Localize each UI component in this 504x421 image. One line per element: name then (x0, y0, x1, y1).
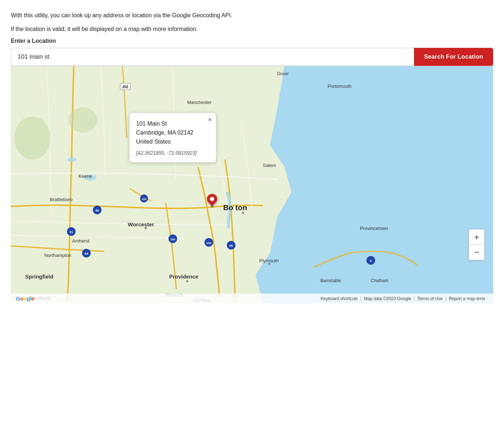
map-container: 91 90 395 495 95 190 6 84 202 Portsmouth… (11, 66, 493, 303)
svg-text:Portsmouth: Portsmouth (328, 83, 351, 89)
svg-point-48 (186, 280, 188, 282)
popup-address-line3: United States (136, 139, 171, 145)
terms-link[interactable]: Terms of Use (414, 296, 446, 301)
svg-point-6 (68, 108, 97, 133)
svg-text:91: 91 (69, 230, 73, 234)
zoom-out-button[interactable]: − (469, 245, 484, 260)
google-logo: Google (16, 295, 35, 302)
zoom-in-button[interactable]: + (469, 230, 484, 245)
svg-text:6: 6 (370, 259, 372, 263)
svg-text:Northampton: Northampton (44, 253, 71, 258)
svg-text:Provincetown: Provincetown (360, 226, 388, 231)
popup-address-line1: 101 Main St (136, 121, 167, 127)
map-data-link[interactable]: Map data ©2023 Google (361, 296, 414, 301)
svg-text:95: 95 (229, 244, 233, 248)
svg-text:Springfield: Springfield (25, 273, 53, 280)
description-line2: If the location is valid, it will be dis… (11, 24, 493, 34)
pin-shadow (211, 205, 213, 208)
svg-text:190: 190 (141, 198, 147, 201)
svg-point-46 (145, 227, 147, 229)
svg-text:Amherst: Amherst (72, 238, 90, 244)
svg-point-47 (242, 212, 244, 214)
description-line1: With this utility, you can look up any a… (11, 11, 493, 20)
svg-text:Brattleboro: Brattleboro (50, 197, 73, 202)
zoom-controls: + − (469, 229, 485, 260)
svg-text:Bo   ton: Bo ton (223, 203, 247, 212)
svg-point-4 (68, 158, 76, 162)
svg-text:495: 495 (206, 241, 211, 245)
map-popup: × 101 Main St Cambridge, MA 02142 United… (130, 113, 216, 162)
svg-text:Worcester: Worcester (128, 221, 154, 227)
svg-text:Plymouth: Plymouth (259, 258, 279, 263)
svg-text:84: 84 (85, 252, 88, 255)
svg-text:90: 90 (95, 209, 99, 212)
map-pin (207, 194, 217, 208)
report-error-link[interactable]: Report a map error (446, 296, 488, 301)
pin-head (205, 192, 219, 206)
enter-location-label: Enter a Location (11, 38, 493, 44)
search-button[interactable]: Search For Location (414, 48, 493, 66)
svg-text:Chatham: Chatham (371, 278, 388, 283)
svg-text:Keene: Keene (78, 173, 92, 179)
svg-text:Salem: Salem (263, 163, 276, 168)
svg-text:202: 202 (122, 85, 129, 89)
popup-coords: [42.3621855, -71.0815923] (136, 150, 208, 156)
popup-address-line2: Cambridge, MA 02142 (136, 130, 193, 136)
map-footer: Google Keyboard shortcuts Map data ©2023… (11, 294, 493, 303)
popup-close-button[interactable]: × (208, 117, 212, 123)
svg-text:Providence: Providence (169, 273, 198, 280)
svg-text:Manchester: Manchester (187, 100, 212, 105)
svg-text:Barnstable: Barnstable (320, 278, 341, 283)
svg-point-49 (268, 263, 270, 265)
svg-point-5 (14, 117, 50, 160)
svg-text:Dover: Dover (277, 71, 289, 76)
keyboard-shortcuts-link[interactable]: Keyboard shortcuts (318, 296, 361, 301)
search-row: Search For Location (11, 48, 493, 66)
popup-address: 101 Main St Cambridge, MA 02142 United S… (136, 119, 208, 146)
svg-text:395: 395 (170, 238, 175, 241)
description: With this utility, you can look up any a… (11, 11, 493, 33)
location-input[interactable] (11, 48, 414, 66)
